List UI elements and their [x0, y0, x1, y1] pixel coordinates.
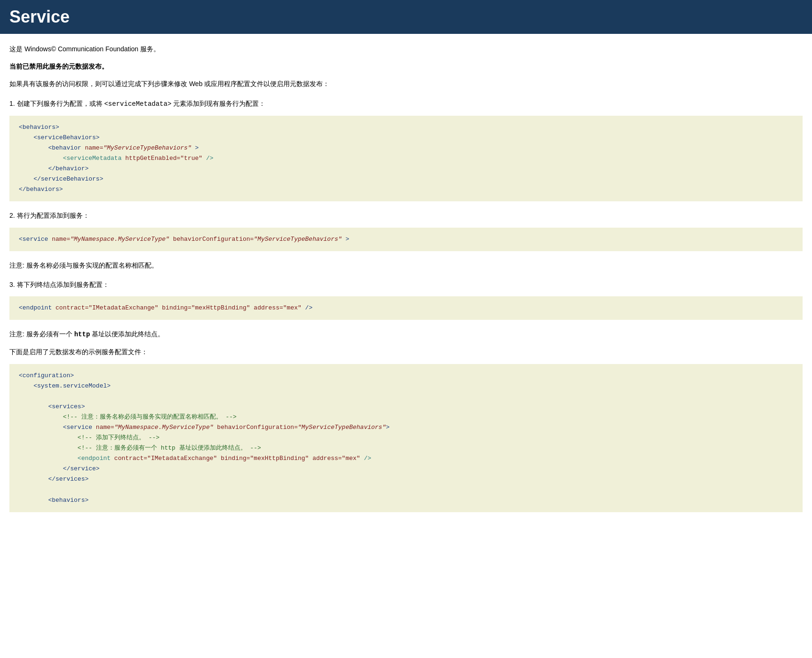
instructions-text: 如果具有该服务的访问权限，则可以通过完成下列步骤来修改 Web 或应用程序配置文…: [9, 78, 803, 90]
step3-label: 3. 将下列终结点添加到服务配置：: [9, 279, 803, 291]
code-block-2: <service name="MyNamespace.MyServiceType…: [9, 228, 803, 251]
page-header: Service: [0, 0, 812, 34]
code-block-3: <endpoint contract="IMetadataExchange" b…: [9, 296, 803, 320]
main-content: 这是 Windows© Communication Foundation 服务。…: [0, 43, 812, 512]
example-desc-text: 下面是启用了元数据发布的示例服务配置文件：: [9, 346, 803, 358]
code-block-4: <configuration> <system.serviceModel> <s…: [9, 364, 803, 512]
step1-label: 1. 创建下列服务行为配置，或将 <serviceMetadata> 元素添加到…: [9, 98, 803, 110]
page-title: Service: [9, 7, 803, 27]
code-block-1: <behaviors> <serviceBehaviors> <behavior…: [9, 116, 803, 202]
intro-text: 这是 Windows© Communication Foundation 服务。: [9, 43, 803, 55]
note1-text: 注意: 服务名称必须与服务实现的配置名称相匹配。: [9, 260, 803, 271]
note2-text: 注意: 服务必须有一个 http 基址以便添加此终结点。: [9, 328, 803, 341]
metadata-disabled-text: 当前已禁用此服务的元数据发布。: [9, 61, 803, 72]
step2-label: 2. 将行为配置添加到服务：: [9, 210, 803, 222]
